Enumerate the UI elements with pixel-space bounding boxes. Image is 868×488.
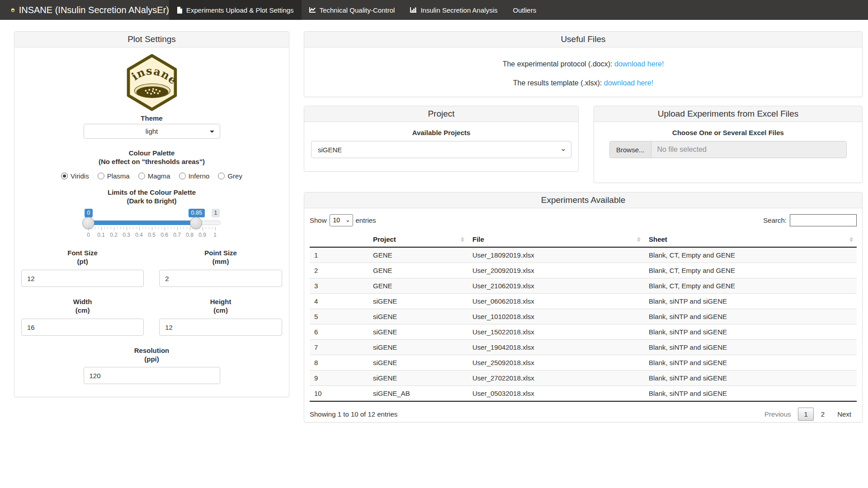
- protocol-text: The experimental protocol (.docx):: [503, 60, 613, 68]
- page-size-value: 10: [333, 216, 340, 224]
- palette-note: (No effect on "thresholds areas"): [21, 157, 282, 166]
- font-size-input[interactable]: [21, 270, 144, 287]
- radio-magma[interactable]: Magma: [138, 172, 170, 180]
- limits-note: (Dark to Bright): [21, 197, 282, 205]
- cell-project: GENE: [368, 278, 468, 294]
- browse-button[interactable]: Browse...: [610, 141, 651, 158]
- line-chart-icon: [309, 7, 316, 13]
- slider-tick-label: 0: [87, 232, 90, 238]
- slider-tick-label: 0.7: [173, 232, 181, 238]
- limits-label: Limits of the Colour Palette: [21, 188, 282, 197]
- tab-technical-qc[interactable]: Technical Quality-Control: [302, 0, 403, 20]
- point-size-unit: (mm): [159, 257, 282, 266]
- cell-index: 4: [310, 294, 368, 309]
- point-size-label: Point Size: [159, 249, 282, 257]
- app-page: INSANE (INsulin Secretion ANalysEr) Expe…: [0, 0, 868, 488]
- radio-viridis[interactable]: Viridis: [61, 172, 89, 180]
- cell-file: User_18092019.xlsx: [468, 247, 644, 263]
- point-size-field: Point Size (mm): [159, 249, 282, 287]
- page-2-button[interactable]: 2: [816, 408, 830, 420]
- protocol-line: The experimental protocol (.docx): downl…: [311, 60, 855, 68]
- radio-label: Magma: [148, 172, 170, 180]
- height-unit: (cm): [159, 306, 282, 314]
- upload-panel: Upload Experiments from Excel Files Choo…: [594, 106, 863, 183]
- insane-logo-icon: [11, 5, 15, 15]
- panel-title: Plot Settings: [14, 32, 289, 47]
- experiments-table: Project File Sheet 1 GENE User_18092019.…: [310, 232, 857, 402]
- cell-file: User_21062019.xlsx: [468, 278, 644, 294]
- table-row[interactable]: 1 GENE User_18092019.xlsx Blank, CT, Emp…: [310, 247, 857, 263]
- protocol-download-link[interactable]: download here!: [614, 60, 664, 68]
- pagination: Previous 1 2 Next: [759, 408, 857, 421]
- radio-inferno[interactable]: Inferno: [179, 172, 210, 180]
- slider-tick-label: 0.5: [148, 232, 156, 238]
- radio-grey[interactable]: Grey: [218, 172, 242, 180]
- height-label: Height: [159, 297, 282, 306]
- search-input[interactable]: [790, 214, 857, 226]
- tab-insulin-analysis[interactable]: Insulin Secretion Analysis: [402, 0, 505, 20]
- cell-index: 2: [310, 263, 368, 278]
- point-size-input[interactable]: [159, 270, 282, 287]
- table-row[interactable]: 10 siGENE_AB User_05032018.xlsx Blank, s…: [310, 386, 857, 402]
- cell-sheet: Blank, siNTP and siGENE: [644, 355, 857, 371]
- search-control: Search:: [763, 214, 857, 226]
- table-row[interactable]: 4 siGENE User_06062018.xlsx Blank, siNTP…: [310, 294, 857, 309]
- nav-tabs: Experiments Upload & Plot Settings Techn…: [169, 0, 544, 20]
- table-row[interactable]: 2 GENE User_20092019.xlsx Blank, CT, Emp…: [310, 263, 857, 278]
- slider-tick-label: 0.1: [97, 232, 105, 238]
- insane-hex-logo: insane: [126, 54, 178, 111]
- navbar: INSANE (INsulin Secretion ANalysEr) Expe…: [0, 0, 868, 20]
- col-project-header[interactable]: Project: [368, 232, 468, 247]
- slider-tick-label: 1: [213, 232, 217, 238]
- table-row[interactable]: 9 siGENE User_27022018.xlsx Blank, siNTP…: [310, 371, 857, 386]
- resolution-input[interactable]: [84, 367, 220, 384]
- table-row[interactable]: 6 siGENE User_15022018.xlsx Blank, siNTP…: [310, 324, 857, 340]
- file-input-group: Browse... No file selected: [609, 141, 847, 158]
- font-size-label: Font Size: [21, 249, 144, 257]
- cell-file: User_25092018.xlsx: [468, 355, 644, 371]
- cell-sheet: Blank, siNTP and siGENE: [644, 309, 857, 324]
- font-size-unit: (pt): [21, 257, 144, 266]
- theme-label: Theme: [21, 114, 282, 122]
- show-entries-control: Show 10 ⌄ entries: [310, 214, 376, 226]
- resolution-field: Resolution (ppi): [84, 346, 220, 384]
- entries-label: entries: [356, 216, 376, 224]
- width-field: Width (cm): [21, 297, 144, 336]
- col-file-header[interactable]: File: [468, 232, 644, 247]
- table-row[interactable]: 7 siGENE User_19042018.xlsx Blank, siNTP…: [310, 340, 857, 355]
- slider-from-badge: 0: [85, 209, 93, 217]
- slider-max-badge: 1: [212, 209, 220, 217]
- template-line: The results template (.xlsx): download h…: [311, 79, 855, 87]
- tab-outliers[interactable]: Outliers: [505, 0, 544, 20]
- col-label: Sheet: [649, 235, 667, 243]
- template-download-link[interactable]: download here!: [604, 79, 653, 87]
- project-select[interactable]: siGENE ⌄: [311, 141, 571, 158]
- chevron-down-icon: ⌄: [560, 144, 566, 153]
- previous-page-button[interactable]: Previous: [759, 408, 796, 420]
- table-row[interactable]: 5 siGENE User_10102018.xlsx Blank, siNTP…: [310, 309, 857, 324]
- palette-limits-slider: 0 0.85 1 00.10.20.30.40.50.60.70.80.91: [83, 209, 221, 240]
- cell-sheet: Blank, siNTP and siGENE: [644, 386, 857, 402]
- cell-sheet: Blank, CT, Empty and GENE: [644, 263, 857, 278]
- slider-tick-label: 0.2: [110, 232, 118, 238]
- cell-index: 9: [310, 371, 368, 386]
- cell-project: siGENE: [368, 309, 468, 324]
- next-page-button[interactable]: Next: [832, 408, 857, 420]
- radio-plasma[interactable]: Plasma: [98, 172, 130, 180]
- radio-icon: [179, 173, 186, 179]
- theme-select[interactable]: light: [84, 124, 220, 139]
- template-text: The results template (.xlsx):: [513, 79, 602, 87]
- col-sheet-header[interactable]: Sheet: [644, 232, 857, 247]
- app-brand[interactable]: INSANE (INsulin Secretion ANalysEr): [0, 0, 169, 20]
- tab-experiments-upload[interactable]: Experiments Upload & Plot Settings: [169, 0, 302, 20]
- height-input[interactable]: [159, 319, 282, 336]
- choose-files-label: Choose One or Several Excel Files: [601, 128, 855, 137]
- table-row[interactable]: 3 GENE User_21062019.xlsx Blank, CT, Emp…: [310, 278, 857, 294]
- cell-sheet: Blank, siNTP and siGENE: [644, 371, 857, 386]
- col-index-header: [310, 232, 368, 247]
- page-1-button[interactable]: 1: [798, 408, 813, 421]
- page-size-select[interactable]: 10 ⌄: [330, 214, 353, 226]
- table-row[interactable]: 8 siGENE User_25092018.xlsx Blank, siNTP…: [310, 355, 857, 371]
- width-input[interactable]: [21, 319, 144, 336]
- sort-icon: [849, 237, 853, 242]
